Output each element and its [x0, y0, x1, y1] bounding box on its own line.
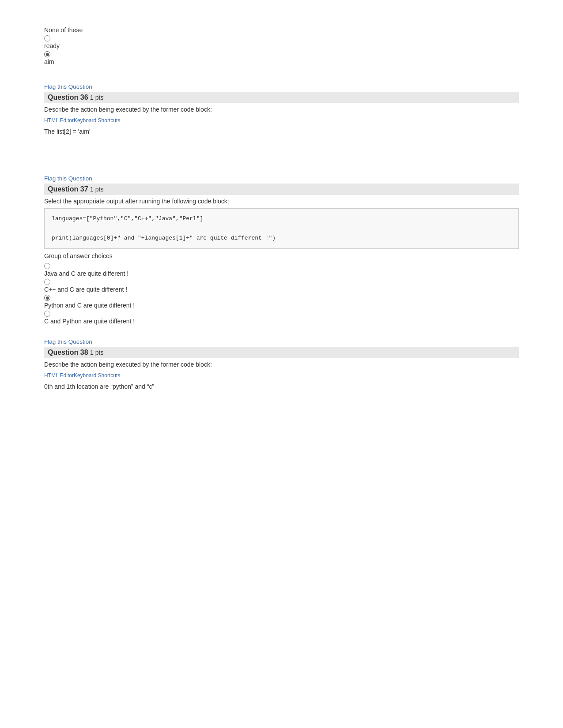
radio-q37-option-1-icon [44, 279, 50, 285]
flag-question-36[interactable]: Flag this Question [44, 83, 92, 90]
previous-question-answers: None of these ready aim [44, 26, 519, 65]
question-36-header: Question 36 1 pts [44, 92, 519, 103]
flag-question-38[interactable]: Flag this Question [44, 338, 92, 345]
question-37-section: Flag this Question Question 37 1 pts Sel… [44, 175, 519, 325]
question-36-body: Describe the action being executed by th… [44, 106, 519, 113]
html-editor-link-38[interactable]: HTML Editor [44, 372, 74, 379]
question-36-editor-links: HTML EditorKeyboard Shortcuts [44, 116, 519, 124]
radio-q37-option-2[interactable] [44, 295, 519, 301]
radio-none[interactable] [44, 35, 519, 41]
radio-q37-option-3[interactable] [44, 311, 519, 317]
radio-q37-option-1[interactable] [44, 279, 519, 285]
question-37-body: Select the appropriate output after runn… [44, 198, 519, 205]
label-q37-option-2: Python and C are quite different ! [44, 302, 519, 309]
radio-none-icon [44, 35, 50, 41]
question-36-section: Flag this Question Question 36 1 pts Des… [44, 83, 519, 135]
flag-question-37[interactable]: Flag this Question [44, 175, 92, 182]
radio-q37-option-2-icon [44, 295, 50, 301]
radio-q37-option-0-icon [44, 263, 50, 269]
radio-ready-icon [44, 51, 50, 57]
label-q37-option-0: Java and C are quite different ! [44, 270, 519, 277]
html-editor-link-36[interactable]: HTML Editor [44, 117, 74, 124]
label-q37-option-1: C++ and C are quite different ! [44, 286, 519, 293]
question-37-group-label: Group of answer choices [44, 252, 519, 259]
question-37-code: languages=["Python","C","C++","Java","Pe… [44, 208, 519, 249]
keyboard-shortcuts-link-36[interactable]: Keyboard Shortcuts [74, 117, 120, 124]
question-38-header: Question 38 1 pts [44, 347, 519, 358]
label-q37-option-3: C and Python are quite different ! [44, 318, 519, 325]
option-none-of-these: None of these [44, 26, 519, 34]
question-38-answer: 0th and 1th location are “python” and “c… [44, 383, 519, 390]
question-38-editor-links: HTML EditorKeyboard Shortcuts [44, 372, 519, 379]
question-38-body: Describe the action being executed by th… [44, 361, 519, 368]
option-ready: ready [44, 42, 519, 49]
question-38-section: Flag this Question Question 38 1 pts Des… [44, 338, 519, 390]
option-aim: aim [44, 58, 519, 65]
radio-ready[interactable] [44, 51, 519, 57]
radio-q37-option-3-icon [44, 311, 50, 317]
question-37-header: Question 37 1 pts [44, 184, 519, 195]
keyboard-shortcuts-link-38[interactable]: Keyboard Shortcuts [74, 372, 120, 379]
radio-q37-option-0[interactable] [44, 263, 519, 269]
question-36-answer: The list[2] = 'aim' [44, 128, 519, 135]
question-37-options: Java and C are quite different !C++ and … [44, 263, 519, 325]
